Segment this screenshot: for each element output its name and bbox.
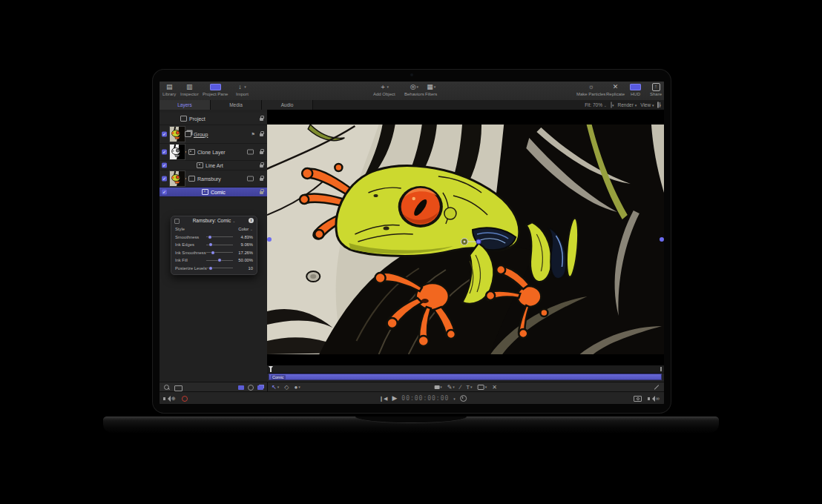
speaker-icon[interactable] bbox=[648, 397, 650, 400]
project-pane-button[interactable]: Project Pane bbox=[203, 83, 228, 96]
layer-row-group[interactable]: ✓ ▼ Group ⚑ bbox=[160, 125, 267, 144]
view-menu[interactable]: View ▾ bbox=[640, 102, 654, 107]
zoom-level-control[interactable]: Fit: 70% ⌄ bbox=[585, 102, 607, 107]
hud-button[interactable]: HUD bbox=[630, 83, 641, 96]
visibility-checkbox[interactable]: ✓ bbox=[162, 190, 167, 195]
channels-swatch-control[interactable]: ▾ bbox=[611, 102, 614, 107]
play-button[interactable]: ▶ bbox=[392, 392, 397, 404]
render-menu[interactable]: Render ▾ bbox=[618, 102, 637, 107]
import-button[interactable]: ↓ ▾ Import bbox=[236, 83, 249, 96]
ink-fill-slider[interactable] bbox=[206, 257, 233, 263]
hud-switch-chevron-icon[interactable]: ⌄ bbox=[232, 219, 235, 223]
lock-icon[interactable] bbox=[260, 151, 263, 154]
smoothness-slider[interactable] bbox=[206, 234, 233, 240]
pane-tab-bar: Layers Media Audio Fit: 70% ⌄ ▾ Render ▾… bbox=[160, 100, 664, 110]
main-toolbar: ▤ Library ▥ Inspector Project Pane ↓ ▾ I… bbox=[160, 82, 664, 101]
filmstrip-icon[interactable] bbox=[174, 385, 183, 391]
record-button[interactable] bbox=[182, 396, 188, 402]
laptop-screen-bezel: ▤ Library ▥ Inspector Project Pane ↓ ▾ I… bbox=[152, 69, 671, 414]
behaviors-button[interactable]: ◎▾ Behaviors bbox=[404, 83, 424, 96]
share-icon: ↑ bbox=[652, 83, 660, 91]
hud-row-posterize-levels: Posterize Levels 10 bbox=[171, 265, 257, 273]
hud-row-ink-smoothness: Ink Smoothness 17.26% bbox=[171, 249, 257, 257]
inspector-icon: ▥ bbox=[186, 83, 193, 91]
lock-icon[interactable] bbox=[260, 191, 263, 194]
lock-icon[interactable] bbox=[260, 133, 263, 136]
lock-icon[interactable] bbox=[260, 165, 263, 168]
camera-icon[interactable] bbox=[634, 396, 642, 402]
webcam-dot bbox=[410, 73, 413, 76]
visibility-checkbox[interactable]: ✓ bbox=[162, 176, 167, 182]
ink-smoothness-slider[interactable] bbox=[206, 250, 233, 256]
clone-layer-icon bbox=[188, 149, 195, 155]
ink-edges-slider[interactable] bbox=[206, 242, 233, 248]
posterize-levels-slider[interactable] bbox=[206, 265, 233, 271]
visibility-checkbox[interactable]: ✓ bbox=[162, 132, 167, 137]
snapping-icon[interactable]: ⊕ bbox=[171, 392, 176, 404]
hud-icon bbox=[630, 83, 641, 91]
canvas-image-comic-frog bbox=[267, 125, 664, 354]
audio-mute-icon[interactable] bbox=[163, 397, 165, 400]
add-object-icon: ＋▾ bbox=[380, 83, 389, 91]
transport-right-group: ∞ bbox=[634, 392, 660, 404]
layer-row-project[interactable]: Project bbox=[160, 113, 267, 125]
audio-pane-toggle[interactable] bbox=[257, 385, 263, 390]
behaviors-icon: ◎▾ bbox=[410, 83, 418, 91]
import-icon: ↓ ▾ bbox=[238, 83, 246, 91]
scene: ▤ Library ▥ Inspector Project Pane ↓ ▾ I… bbox=[0, 0, 822, 504]
left-edge-handle[interactable] bbox=[267, 237, 272, 242]
laptop-lid-notch bbox=[355, 417, 467, 423]
tab-audio[interactable]: Audio bbox=[262, 100, 313, 110]
media-pane-toggle[interactable] bbox=[248, 385, 254, 391]
lock-icon[interactable] bbox=[260, 178, 263, 181]
right-edge-handle[interactable] bbox=[660, 237, 664, 242]
playhead[interactable] bbox=[270, 366, 272, 372]
motion-app-window: ▤ Library ▥ Inspector Project Pane ↓ ▾ I… bbox=[160, 82, 664, 404]
go-to-start-button[interactable]: ❙◀ bbox=[379, 392, 387, 404]
inspector-button[interactable]: ▥ Inspector bbox=[180, 83, 199, 96]
transport-bar: ⊕ ❙◀ ▶ 00:00:00:00 ▾ ∞ bbox=[160, 391, 664, 404]
timeline-clip-comic[interactable]: Comic bbox=[269, 374, 662, 380]
info-icon[interactable]: i bbox=[249, 218, 254, 223]
hud-row-ink-edges: Ink Edges 9.06% bbox=[171, 241, 257, 249]
filters-icon: ▦▾ bbox=[427, 83, 435, 91]
timeline-ruler[interactable] bbox=[267, 365, 664, 374]
style-popup[interactable]: Color ⌄ bbox=[238, 227, 253, 231]
canvas-pane[interactable] bbox=[267, 110, 664, 365]
layer-row-clone-layer[interactable]: ✓ ▼ Clone Layer bbox=[160, 144, 267, 161]
keyframe-pen-icon[interactable] bbox=[654, 385, 659, 389]
layer-thumbnail bbox=[169, 144, 185, 160]
share-button[interactable]: ↑ Share bbox=[650, 83, 662, 96]
loop-icon[interactable]: ∞ bbox=[656, 392, 660, 404]
end-marker bbox=[660, 367, 662, 371]
add-object-button[interactable]: ＋▾ Add Object bbox=[373, 83, 395, 96]
hud-row-style: Style Color ⌄ bbox=[171, 225, 257, 233]
hud-title: Ramsbury: Comic bbox=[193, 218, 231, 223]
timecode-display[interactable]: 00:00:00:00 bbox=[401, 395, 449, 402]
tab-layers[interactable]: Layers bbox=[160, 100, 211, 110]
replicate-button[interactable]: ✕ Replicate bbox=[606, 83, 625, 96]
layout-menu[interactable]: ▾ bbox=[657, 102, 661, 107]
make-particles-button[interactable]: ☼ Make Particles bbox=[576, 83, 605, 96]
visibility-checkbox[interactable]: ✓ bbox=[162, 150, 167, 155]
search-icon[interactable] bbox=[164, 385, 169, 390]
tab-media[interactable]: Media bbox=[211, 100, 262, 110]
visibility-checkbox[interactable]: ✓ bbox=[162, 163, 167, 168]
filters-button[interactable]: ▦▾ Filters bbox=[425, 83, 437, 96]
project-document-icon bbox=[180, 116, 187, 122]
library-button[interactable]: ▤ Library bbox=[162, 83, 176, 96]
layer-row-line-art[interactable]: ✓ Line Art bbox=[160, 161, 267, 170]
layer-row-comic-selected[interactable]: ✓ Comic bbox=[160, 188, 267, 197]
layer-row-ramsbury[interactable]: ✓ ▼ Ramsbury bbox=[160, 170, 267, 188]
hud-panel: Ramsbury: Comic ⌄ i Style Color ⌄ Smooth… bbox=[171, 216, 257, 275]
canvas-toolbar: ↖▾ ◇ ●▾ ▾ ✎▾ ∕ T▾ ▾ ✕ bbox=[267, 382, 664, 392]
hud-minimize-icon[interactable] bbox=[174, 219, 180, 224]
hud-row-ink-fill: Ink Fill 50.00% bbox=[171, 256, 257, 265]
replicate-icon: ✕ bbox=[613, 83, 619, 91]
duration-clock-icon[interactable] bbox=[460, 395, 467, 402]
lock-icon[interactable] bbox=[260, 118, 263, 121]
hud-title-bar[interactable]: Ramsbury: Comic ⌄ i bbox=[171, 216, 257, 225]
flag-icon[interactable]: ⚑ bbox=[251, 132, 255, 136]
timecode-menu-chevron-icon[interactable]: ▾ bbox=[453, 397, 456, 401]
layers-pane-toggle[interactable] bbox=[238, 385, 244, 390]
